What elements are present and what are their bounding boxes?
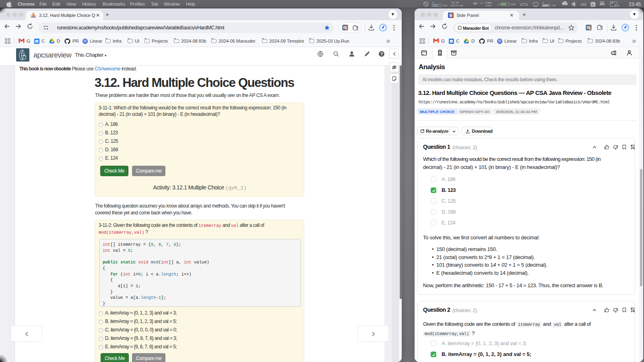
svg-text:19%: 19% <box>443 4 447 7</box>
svg-text:?: ? <box>380 52 383 56</box>
svg-text:0 MB/s: 0 MB/s <box>485 2 492 4</box>
svg-text:77%: 77% <box>551 4 556 7</box>
svg-text:1 KB/s: 1 KB/s <box>485 4 491 7</box>
svg-text:22: 22 <box>450 40 453 43</box>
svg-text:5: 5 <box>543 2 544 4</box>
svg-text:22: 22 <box>35 40 38 43</box>
svg-text:A: A <box>592 4 594 6</box>
svg-text:0.2W 70 mW: 0.2W 70 mW <box>450 4 464 7</box>
svg-text:87° 70°: 87° 70° <box>452 2 459 4</box>
svg-text:44%: 44% <box>511 3 516 6</box>
svg-text:0: 0 <box>498 4 499 6</box>
svg-text:3: 3 <box>433 2 434 4</box>
